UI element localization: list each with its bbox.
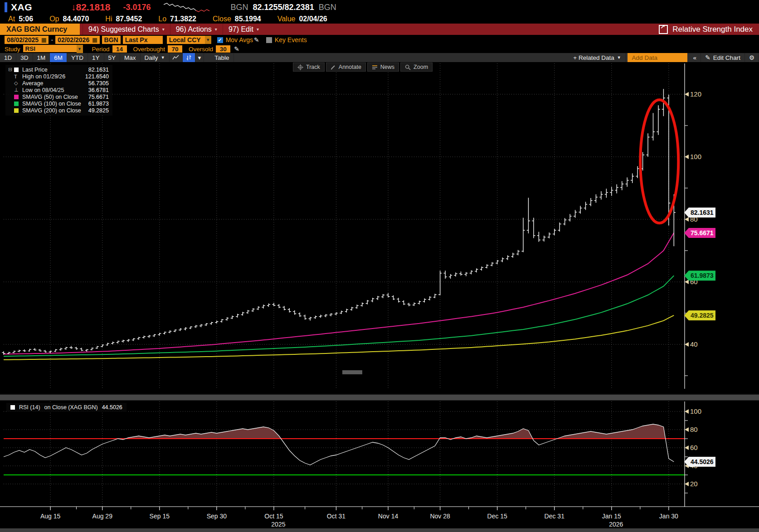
legend-average[interactable]: ◇ Average56.7305	[8, 80, 109, 87]
mov-avgs-toggle[interactable]: ✓ Mov Avgs ✎	[217, 36, 259, 44]
x-axis: Aug 15Aug 29Sep 15Sep 30Oct 152025Oct 31…	[0, 507, 759, 528]
rsi-line	[4, 424, 674, 465]
rsi-legend[interactable]: RSI (14) on Close (XAG BGN) 44.5026	[6, 403, 126, 412]
chart-region[interactable]: 40608010012020406080100Aug 15Aug 29Sep 1…	[0, 62, 759, 532]
price-y-axis: 406080100120	[685, 63, 701, 389]
edit-chart-button[interactable]: ✎Edit Chart	[701, 53, 745, 62]
price-type-field[interactable]: Last Px	[123, 36, 163, 44]
study-label: Study	[5, 46, 20, 53]
smavg50-line	[4, 233, 674, 354]
key-events-toggle[interactable]: Key Events	[266, 36, 307, 44]
smavg200-swatch	[14, 108, 19, 113]
grid	[4, 63, 685, 507]
quote-high: Hi87.9452	[105, 15, 142, 23]
tab-6m[interactable]: 6M	[50, 53, 67, 62]
rsi-threshold-lines	[4, 439, 685, 475]
export-icon[interactable]	[659, 25, 668, 34]
quote-low: Lo71.3822	[158, 15, 196, 23]
svg-text:Dec 31: Dec 31	[545, 513, 565, 520]
annotate-button[interactable]: Annotate	[326, 63, 366, 72]
price-change: -3.0176	[123, 3, 151, 12]
date-from-field[interactable]: 08/02/2025▦	[5, 36, 49, 44]
study-settings-bar: Study RSI ▼ Period 14 Overbought 70 Over…	[0, 45, 759, 53]
menu-suggested-charts[interactable]: 94) Suggested Charts▾	[83, 24, 170, 35]
checkbox-unchecked-icon	[266, 37, 272, 43]
tab-1m[interactable]: 1M	[33, 53, 50, 62]
svg-text:Oct 15: Oct 15	[264, 513, 283, 520]
date-to-field[interactable]: 02/02/2026▦	[55, 36, 99, 44]
range-toolbar: 1D 3D 1M 6M YTD 1Y 5Y Max Daily▼ ▾ Table…	[0, 53, 759, 62]
tab-3d[interactable]: 3D	[16, 53, 33, 62]
legend-low[interactable]: ⊥ Low on 08/04/2536.6781	[8, 87, 109, 93]
tab-1d[interactable]: 1D	[0, 53, 16, 62]
security-field[interactable]: XAG BGN Curncy	[0, 24, 80, 35]
rsi-overbought-fill	[126, 424, 665, 439]
svg-text:Aug 29: Aug 29	[92, 513, 113, 520]
pencil-icon[interactable]: ✎	[254, 36, 259, 44]
quote-value-date: Value02/04/26	[277, 15, 327, 23]
chevron-down-icon: ▾	[198, 54, 201, 61]
legend-smavg50[interactable]: SMAVG (50) on Close75.6671	[8, 93, 109, 100]
ohlc-chart-type-button[interactable]	[183, 53, 195, 62]
source-field[interactable]: BGN	[102, 36, 121, 44]
tab-ytd[interactable]: YTD	[67, 53, 88, 62]
svg-text:Jan 30: Jan 30	[659, 513, 678, 520]
svg-text:Sep 15: Sep 15	[150, 513, 170, 520]
bid-source-label: BGN	[231, 3, 248, 12]
svg-text:49.2825: 49.2825	[691, 312, 714, 319]
legend-smavg100[interactable]: SMAVG (100) on Close61.9873	[8, 100, 109, 107]
frequency-select[interactable]: Daily▼	[141, 53, 170, 62]
panel-chrome	[0, 370, 759, 532]
average-marker-icon: ◇	[14, 80, 18, 86]
smavg100-swatch	[14, 102, 19, 106]
last-price-swatch	[14, 68, 19, 72]
currency-select[interactable]: Local CCY ▼	[167, 36, 211, 44]
smavg50-swatch	[14, 95, 19, 99]
chart-options-button[interactable]: ⚙	[745, 53, 759, 62]
svg-text:82.1631: 82.1631	[691, 209, 714, 216]
chart-toolbar: Track Annotate News Zoom	[293, 63, 433, 72]
tab-max[interactable]: Max	[120, 53, 141, 62]
menu-bar: XAG BGN Curncy 94) Suggested Charts▾ 96)…	[0, 24, 759, 35]
study-select[interactable]: RSI ▼	[23, 45, 83, 53]
checkbox-checked-icon: ✓	[217, 37, 223, 43]
period-field[interactable]: 14	[112, 45, 127, 53]
pencil-icon[interactable]: ✎	[234, 45, 239, 53]
chevron-down-icon: ▼	[617, 55, 621, 60]
intraday-sparkline	[164, 1, 213, 14]
oversold-field[interactable]: 30	[216, 45, 230, 53]
chart-canvas[interactable]: 40608010012020406080100Aug 15Aug 29Sep 1…	[0, 62, 759, 532]
chevron-down-icon: ▼	[205, 36, 211, 44]
related-data-button[interactable]: + Related Data▼	[569, 53, 625, 62]
legend-smavg200[interactable]: SMAVG (200) on Close49.2825	[8, 107, 109, 114]
track-button[interactable]: Track	[293, 63, 325, 72]
low-marker-icon: ⊥	[14, 87, 19, 93]
chevron-down-icon: ▾	[257, 27, 259, 32]
collapse-button[interactable]: «	[689, 53, 701, 62]
table-button[interactable]: Table	[210, 53, 234, 62]
ticker-bar: XAG ↓82.1818 -3.0176 BGN 82.1255/82.2381…	[0, 0, 759, 15]
chart-type-dropdown[interactable]: ▾	[195, 53, 204, 62]
line-chart-icon	[172, 54, 180, 61]
calendar-icon: ▦	[92, 37, 97, 43]
line-chart-type-button[interactable]	[170, 53, 183, 62]
svg-text:Nov 14: Nov 14	[378, 513, 399, 520]
high-marker-icon: T	[14, 74, 17, 79]
collapse-legend-icon[interactable]: ⊟	[8, 67, 14, 73]
zoom-button[interactable]: Zoom	[400, 63, 433, 72]
svg-text:44.5026: 44.5026	[691, 458, 714, 465]
add-data-input[interactable]: Add Data	[628, 53, 687, 62]
overbought-field[interactable]: 70	[168, 45, 182, 53]
rsi-swatch	[10, 405, 15, 410]
tab-5y[interactable]: 5Y	[104, 53, 121, 62]
legend-last-price[interactable]: ⊟ Last Price82.1631	[8, 66, 109, 73]
menu-edit[interactable]: 97) Edit▾	[223, 24, 264, 35]
rsi-y-axis: 20406080100	[685, 401, 701, 507]
chevron-down-icon: ▾	[215, 27, 217, 32]
menu-actions[interactable]: 96) Actions▾	[170, 24, 223, 35]
news-button[interactable]: News	[367, 63, 399, 72]
svg-text:120: 120	[690, 90, 701, 98]
legend-high[interactable]: T High on 01/29/26121.6540	[8, 73, 109, 80]
tab-1y[interactable]: 1Y	[88, 53, 104, 62]
svg-text:Aug 15: Aug 15	[40, 513, 61, 520]
